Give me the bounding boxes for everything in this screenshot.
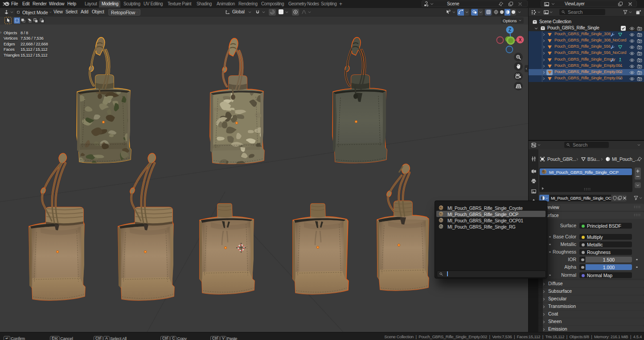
svg-text:X: X xyxy=(519,37,522,42)
svg-text:Z: Z xyxy=(509,28,511,33)
